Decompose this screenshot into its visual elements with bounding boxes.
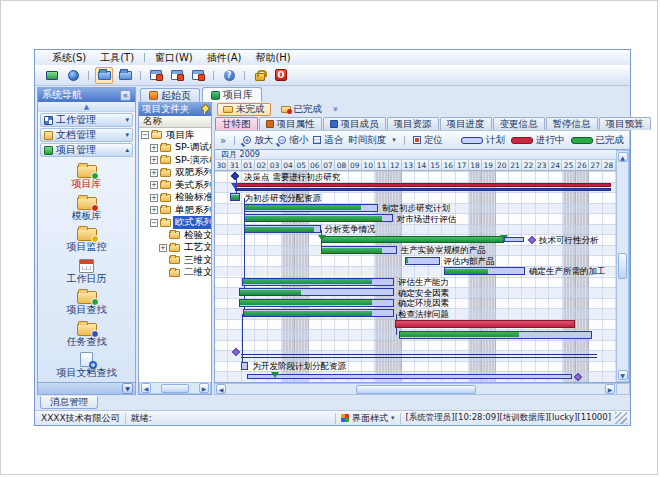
gantt-summary-bar[interactable] xyxy=(235,183,611,191)
nav-item[interactable]: 项目文档查找 xyxy=(40,351,134,381)
scroll-left-icon[interactable]: ◀ xyxy=(141,383,151,393)
zoom-in-button[interactable]: +放大 xyxy=(243,134,273,147)
gantt-tab[interactable]: 暂停信息 xyxy=(546,117,598,130)
ui-style-dropdown[interactable]: 界面样式 ▾ xyxy=(341,412,395,425)
timescale-dropdown[interactable]: 时间刻度▾ xyxy=(348,134,396,147)
tree-node[interactable]: −欧式系列 xyxy=(139,217,211,230)
overflow-chevron[interactable]: » xyxy=(220,135,226,146)
tree-horizontal-scrollbar[interactable]: ◀ ▶ xyxy=(139,382,211,394)
fit-button[interactable]: 适合 xyxy=(313,134,343,147)
document-tab[interactable]: 项目库 xyxy=(202,87,262,102)
exit-tool-button[interactable]: O xyxy=(272,67,290,84)
gantt-plan-bar[interactable] xyxy=(247,374,572,379)
gantt-task-bar[interactable] xyxy=(230,193,240,201)
gantt-tab[interactable]: 项目属性 xyxy=(259,117,322,130)
gantt-tab[interactable]: 项目成员 xyxy=(323,117,386,130)
help-tool-button[interactable]: ? xyxy=(220,67,238,84)
scroll-down-icon[interactable]: ▼ xyxy=(618,370,628,380)
overflow-chevron[interactable]: « xyxy=(330,106,340,112)
window2-tool-button[interactable] xyxy=(168,67,186,84)
gantt-tab[interactable]: 项目预算 xyxy=(599,117,651,130)
nav-scroll-up[interactable]: ▲ xyxy=(38,102,135,112)
gantt-tab[interactable]: 变更信息 xyxy=(493,117,545,130)
gantt-task-bar[interactable] xyxy=(405,257,440,265)
folder2-tool-button[interactable] xyxy=(116,67,134,84)
tree-expand-icon[interactable]: + xyxy=(150,206,158,214)
tree-node[interactable]: +检验标准 xyxy=(139,192,211,205)
menu-item[interactable]: 工具(T) xyxy=(93,51,141,65)
gantt-summary-line[interactable] xyxy=(241,354,597,358)
nav-section[interactable]: 工作管理▾ xyxy=(40,113,133,127)
tree-node[interactable]: 三维文件 xyxy=(139,254,211,267)
gantt-tab[interactable]: 项目进度 xyxy=(440,117,492,130)
tree-node[interactable]: −项目库 xyxy=(139,129,211,142)
gantt-tab[interactable]: 甘特图 xyxy=(215,117,258,130)
scroll-left-icon[interactable]: ◀ xyxy=(216,384,226,394)
tree-expand-icon[interactable]: − xyxy=(150,219,158,227)
scroll-right-icon[interactable]: ▶ xyxy=(605,384,615,394)
tree-node[interactable]: +工艺文件 xyxy=(139,242,211,255)
tree-node[interactable]: +SP-调试机系 xyxy=(139,142,211,155)
gantt-task-bar[interactable] xyxy=(444,267,526,275)
filter-button[interactable]: 未完成 xyxy=(217,103,271,116)
gantt-task-bar[interactable] xyxy=(244,204,378,212)
scrollbar-thumb[interactable] xyxy=(618,253,627,279)
gantt-tab[interactable]: 项目资源 xyxy=(387,117,439,130)
gantt-task-bar[interactable] xyxy=(244,214,392,222)
scroll-up-icon[interactable]: ▲ xyxy=(618,152,628,162)
tree-node[interactable]: +SP-演示机系 xyxy=(139,154,211,167)
window3-tool-button[interactable] xyxy=(189,67,207,84)
tree-node[interactable]: +美式系列 xyxy=(139,179,211,192)
tree-expand-icon[interactable]: + xyxy=(150,181,158,189)
screen-tool-button[interactable] xyxy=(43,67,61,84)
gantt-task-bar[interactable] xyxy=(321,246,397,254)
nav-item[interactable]: 模板库 xyxy=(40,194,134,224)
gantt-horizontal-scrollbar[interactable]: ◀ ▶ xyxy=(214,383,617,395)
scrollbar-thumb[interactable] xyxy=(356,385,476,394)
globe-tool-button[interactable] xyxy=(64,67,82,84)
tab-message-management[interactable]: 消息管理 xyxy=(40,396,98,409)
filter-button[interactable]: 已完成 xyxy=(275,103,329,116)
gantt-task-bar[interactable] xyxy=(244,225,320,233)
tree-expand-icon[interactable]: + xyxy=(150,194,158,202)
resize-grip[interactable] xyxy=(615,412,627,424)
tree-expand-icon[interactable]: + xyxy=(159,244,167,252)
nav-item[interactable]: 项目库 xyxy=(40,162,134,192)
chevron-down-icon[interactable]: ▼ xyxy=(122,383,133,394)
menu-item[interactable]: 系统(S) xyxy=(45,51,93,65)
gantt-vertical-scrollbar[interactable]: ▲ ▼ xyxy=(616,150,629,382)
folder-tool-button[interactable] xyxy=(95,67,113,84)
locate-button[interactable]: 定位 xyxy=(413,134,443,147)
scroll-right-icon[interactable]: ▶ xyxy=(199,383,209,393)
gantt-task-bar[interactable] xyxy=(399,331,591,339)
nav-item[interactable]: 工作日历 xyxy=(40,257,134,287)
gantt-task-bar[interactable] xyxy=(242,278,394,286)
gantt-task-bar[interactable] xyxy=(239,288,394,296)
gantt-task-bar[interactable] xyxy=(239,299,394,307)
lock-tool-button[interactable] xyxy=(251,67,269,84)
tree-node[interactable]: 二维文件 xyxy=(139,267,211,280)
nav-collapsed-section[interactable]: ▼ xyxy=(38,382,135,394)
window1-tool-button[interactable] xyxy=(147,67,165,84)
tree-node[interactable]: 检验文件 xyxy=(139,229,211,242)
nav-item[interactable]: 任务查找 xyxy=(40,320,134,350)
gantt-plan-bar[interactable] xyxy=(504,237,524,242)
nav-item[interactable]: 项目查找 xyxy=(40,288,134,318)
nav-section[interactable]: 文档管理▾ xyxy=(40,128,133,142)
gantt-completed-summary-bar[interactable] xyxy=(321,236,504,243)
tree-expand-icon[interactable]: − xyxy=(141,131,149,139)
tree-expand-icon[interactable]: + xyxy=(150,169,158,177)
gantt-task-bar[interactable] xyxy=(241,362,248,370)
nav-collapse-button[interactable]: « xyxy=(120,90,131,101)
tree-node[interactable]: +单肥系列 xyxy=(139,204,211,217)
document-tab[interactable]: 起始页 xyxy=(140,88,200,102)
tree-expand-icon[interactable]: + xyxy=(150,156,158,164)
menu-item[interactable]: 帮助(H) xyxy=(248,51,297,65)
zoom-out-button[interactable]: −缩小 xyxy=(278,134,308,147)
tree-node[interactable]: +双肥系列 xyxy=(139,167,211,180)
gantt-active-bar[interactable] xyxy=(395,320,574,328)
scrollbar-thumb[interactable] xyxy=(161,384,189,393)
menu-item[interactable]: 窗口(W) xyxy=(148,51,200,65)
gantt-task-bar[interactable] xyxy=(243,309,394,317)
tree-expand-icon[interactable]: + xyxy=(150,144,158,152)
